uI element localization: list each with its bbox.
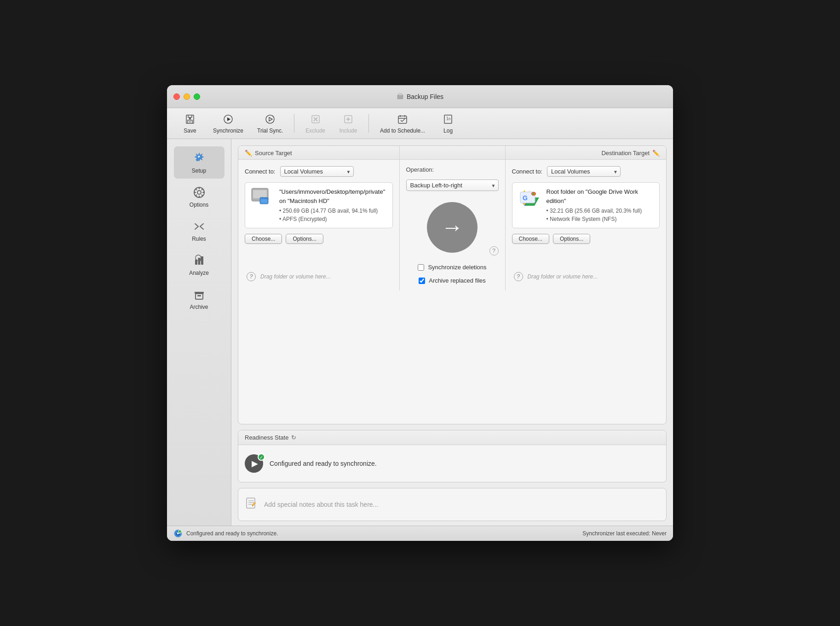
source-header: ✏️ Source Target xyxy=(238,146,400,160)
source-options-button[interactable]: Options... xyxy=(286,234,323,244)
svg-rect-34 xyxy=(198,258,200,265)
source-drag-hint: Drag folder or volume here... xyxy=(260,273,331,280)
sidebar-rules-label: Rules xyxy=(192,236,206,242)
operation-select[interactable]: Backup Left-to-right xyxy=(406,180,499,191)
source-choose-button[interactable]: Choose... xyxy=(245,234,282,244)
sidebar-item-archive[interactable]: Archive xyxy=(174,283,224,315)
source-connect-select[interactable]: Local Volumes xyxy=(280,166,354,177)
operation-select-wrapper: Backup Left-to-right ▼ xyxy=(406,180,499,191)
log-label: Log xyxy=(443,128,453,134)
svg-text:✓: ✓ xyxy=(179,531,181,533)
sync-deletions-row: Synchronize deletions xyxy=(418,264,486,271)
operation-direction-icon: → xyxy=(441,216,463,238)
op-help-button[interactable]: ? xyxy=(489,246,499,255)
sidebar-item-rules[interactable]: Rules xyxy=(174,214,224,247)
include-button[interactable]: Include xyxy=(334,111,362,136)
window-title: Backup Files xyxy=(397,93,443,100)
svg-marker-4 xyxy=(227,117,230,121)
svg-text:1n: 1n xyxy=(446,117,451,121)
dest-drag-hint: Drag folder or volume here... xyxy=(528,273,598,280)
svg-line-32 xyxy=(201,189,203,190)
readiness-message: Configured and ready to synchronize. xyxy=(270,460,377,467)
readiness-body: ▶ ✓ Configured and ready to synchronize. xyxy=(238,445,666,482)
synchronize-button[interactable]: Synchronize xyxy=(208,111,248,136)
dest-connect-select[interactable]: Local Volumes xyxy=(547,166,621,177)
sidebar-item-setup[interactable]: Setup xyxy=(174,146,224,179)
operation-arrow-circle: → xyxy=(427,202,478,253)
archive-replaced-row: Archive replaced files xyxy=(419,277,486,284)
dest-connect-wrapper: Local Volumes ▼ xyxy=(547,166,621,177)
dest-btn-row: Choose... Options... xyxy=(512,234,660,244)
source-help-button[interactable]: ? xyxy=(247,272,256,281)
svg-rect-45 xyxy=(261,199,267,203)
targets-panel: ✏️ Source Target Destination Target ✏️ C… xyxy=(238,145,667,424)
source-volume-details: "Users/immovero/Desktop/temp/private" on… xyxy=(279,187,387,223)
log-button[interactable]: 1n Log xyxy=(434,111,462,136)
add-to-schedule-button[interactable]: Add to Schedule... xyxy=(375,111,430,136)
synchronize-label: Synchronize xyxy=(213,128,243,134)
operation-header xyxy=(400,146,506,160)
dest-drag-zone: ? Drag folder or volume here... xyxy=(512,269,660,284)
targets-headers: ✏️ Source Target Destination Target ✏️ xyxy=(238,146,666,160)
sidebar-item-options[interactable]: Options xyxy=(174,180,224,213)
dest-volume-details: Root folder on "Google Drive Work editio… xyxy=(547,187,654,223)
readiness-panel: Readiness State ↻ ▶ ✓ Configured and rea… xyxy=(238,430,667,482)
notes-placeholder: Add special notes about this task here..… xyxy=(264,501,378,508)
source-target-section: Connect to: Local Volumes ▼ xyxy=(238,160,400,290)
play-triangle-icon: ▶ xyxy=(252,458,258,469)
source-target-title: Source Target xyxy=(255,150,292,156)
status-icon: ✓ xyxy=(173,529,183,538)
sidebar-item-analyze[interactable]: Analyze xyxy=(174,249,224,281)
destination-target-section: Connect to: Local Volumes ▼ xyxy=(506,160,667,290)
dest-help-button[interactable]: ? xyxy=(514,272,523,281)
svg-rect-40 xyxy=(197,295,201,296)
source-volume-fs: • APFS (Encrypted) xyxy=(279,215,387,223)
svg-line-19 xyxy=(402,119,405,122)
sync-deletions-checkbox[interactable] xyxy=(418,264,424,271)
notes-icon xyxy=(245,497,258,513)
notes-panel: Add special notes about this task here..… xyxy=(238,488,667,521)
titlebar: Backup Files xyxy=(167,85,673,108)
dest-options-button[interactable]: Options... xyxy=(553,234,590,244)
include-icon xyxy=(342,113,355,126)
exclude-icon xyxy=(309,113,322,126)
status-message: Configured and ready to synchronize. xyxy=(186,530,278,537)
dest-volume-size: • 32.21 GB (25.66 GB avail, 20.3% full) xyxy=(547,207,654,215)
svg-line-29 xyxy=(196,189,197,190)
gdrive-icon: G xyxy=(518,187,541,210)
source-edit-icon[interactable]: ✏️ xyxy=(245,150,252,156)
rules-icon xyxy=(192,219,207,234)
svg-marker-6 xyxy=(269,117,272,121)
exclude-label: Exclude xyxy=(305,128,325,134)
readiness-status-icon: ▶ ✓ xyxy=(245,454,263,473)
source-connect-label: Connect to: xyxy=(245,168,276,175)
close-button[interactable] xyxy=(173,93,180,100)
svg-rect-14 xyxy=(398,116,407,123)
sidebar-archive-label: Archive xyxy=(190,304,208,310)
sidebar-options-label: Options xyxy=(190,202,208,208)
source-connect-row: Connect to: Local Volumes ▼ xyxy=(245,166,393,177)
readiness-refresh-icon[interactable]: ↻ xyxy=(291,434,296,441)
traffic-lights xyxy=(173,93,200,100)
svg-rect-42 xyxy=(253,190,267,198)
save-button[interactable]: Save xyxy=(176,111,204,136)
readiness-title: Readiness State xyxy=(245,434,288,441)
synchronize-icon xyxy=(222,113,235,126)
include-label: Include xyxy=(339,128,357,134)
status-left: ✓ Configured and ready to synchronize. xyxy=(173,529,278,538)
minimize-button[interactable] xyxy=(184,93,190,100)
trial-sync-button[interactable]: Trial Sync. xyxy=(253,111,288,136)
maximize-button[interactable] xyxy=(194,93,200,100)
save-label: Save xyxy=(184,128,196,134)
archive-replaced-checkbox[interactable] xyxy=(419,278,425,284)
dest-choose-button[interactable]: Choose... xyxy=(512,234,549,244)
add-to-schedule-icon xyxy=(396,113,409,126)
log-icon: 1n xyxy=(442,113,455,126)
sidebar: Setup xyxy=(167,139,231,526)
status-bar: ✓ Configured and ready to synchronize. S… xyxy=(167,526,673,541)
dest-edit-icon[interactable]: ✏️ xyxy=(652,150,660,156)
exclude-button[interactable]: Exclude xyxy=(301,111,330,136)
trial-sync-icon xyxy=(264,113,276,126)
last-executed-value: Never xyxy=(652,530,667,537)
dest-volume-name: Root folder on "Google Drive Work editio… xyxy=(547,187,654,205)
